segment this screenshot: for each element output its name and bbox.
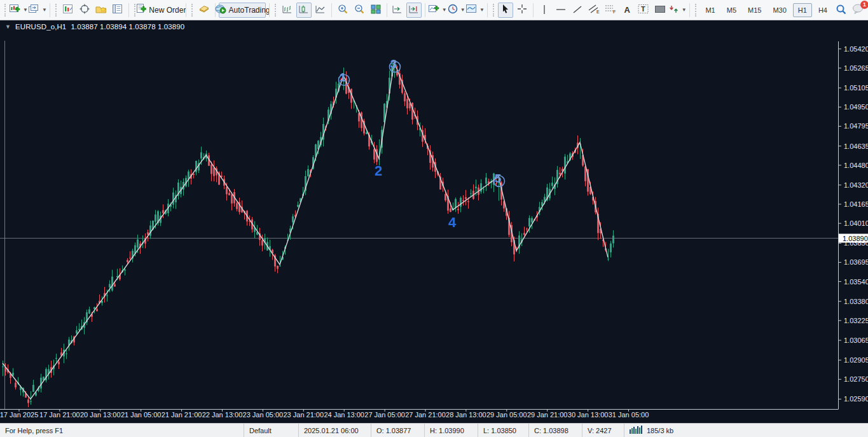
channel-icon: E: [588, 4, 600, 16]
svg-text:1.04950: 1.04950: [844, 103, 868, 111]
rectangle-button[interactable]: [652, 3, 668, 18]
arrows-button[interactable]: ▼: [669, 3, 686, 18]
vertical-line-icon: [540, 4, 549, 16]
svg-text:1.03540: 1.03540: [844, 278, 868, 286]
market-watch-button[interactable]: [60, 3, 76, 18]
tf-label: M1: [705, 6, 715, 14]
text-button[interactable]: A: [619, 3, 635, 18]
status-open: O: 1.03877: [371, 424, 425, 437]
svg-text:29 Jan 05:00: 29 Jan 05:00: [486, 411, 527, 419]
navigator-button[interactable]: [77, 3, 92, 18]
market-watch-icon: [63, 4, 73, 16]
auto-scroll-icon: [392, 4, 403, 16]
candlestick-chart-button[interactable]: [296, 3, 312, 18]
text-label-button[interactable]: T: [636, 3, 651, 18]
zoom-out-button[interactable]: [352, 3, 367, 18]
cursor-button[interactable]: [498, 3, 513, 18]
svg-text:21 Jan 05:00: 21 Jan 05:00: [121, 411, 162, 419]
chevron-down-icon[interactable]: ▼: [5, 24, 11, 30]
toolbar-grip[interactable]: [493, 4, 495, 17]
vertical-line-button[interactable]: [537, 3, 552, 18]
new-order-label: New Order: [149, 6, 186, 15]
tf-m15-button[interactable]: M15: [743, 3, 766, 17]
toolbar-grip[interactable]: [275, 4, 277, 17]
tf-label: H4: [818, 6, 827, 14]
bar-chart-icon: [282, 4, 293, 16]
svg-text:5: 5: [495, 172, 502, 185]
templates-button[interactable]: ▼: [466, 3, 484, 18]
trendline-button[interactable]: [570, 3, 585, 18]
notifications-button[interactable]: 1: [850, 3, 865, 18]
tf-label: H1: [798, 6, 807, 14]
price-chart-canvas[interactable]: 1.054201.052651.051051.049501.047951.046…: [0, 20, 868, 423]
toolbar-grip[interactable]: [191, 4, 193, 17]
search-button[interactable]: [834, 3, 849, 18]
terminal-button[interactable]: [110, 3, 125, 18]
new-order-icon: [136, 4, 146, 16]
favorites-button[interactable]: [93, 3, 109, 18]
svg-text:1.04795: 1.04795: [844, 122, 868, 130]
chevron-down-icon: ▼: [442, 8, 447, 13]
crosshair-icon: [517, 4, 527, 16]
new-chart-button[interactable]: ▼: [10, 3, 27, 18]
svg-text:1.03065: 1.03065: [844, 336, 868, 344]
new-order-button[interactable]: New Order: [139, 3, 183, 18]
status-volume: V: 2427: [582, 424, 624, 437]
auto-scroll-button[interactable]: [390, 3, 405, 18]
chart-shift-icon: [409, 4, 419, 16]
svg-text:3: 3: [390, 57, 397, 71]
chart-shift-button[interactable]: [406, 3, 422, 18]
svg-text:17 Jan 2025: 17 Jan 2025: [0, 411, 38, 419]
tf-h1-button[interactable]: H1: [793, 3, 812, 17]
toolbar-grip[interactable]: [4, 4, 6, 17]
profiles-button[interactable]: ▼: [29, 3, 46, 18]
svg-text:E: E: [596, 10, 600, 14]
tf-label: M15: [748, 6, 761, 14]
svg-text:T: T: [641, 5, 645, 13]
line-chart-button[interactable]: [313, 3, 328, 18]
text-icon: A: [624, 5, 630, 15]
toolbar-grip[interactable]: [55, 4, 57, 17]
equidistant-channel-button[interactable]: E: [586, 3, 602, 18]
zoom-in-button[interactable]: [335, 3, 350, 18]
help-text: For Help, press F1: [5, 427, 63, 434]
svg-text:1.05265: 1.05265: [844, 64, 868, 72]
bar-chart-button[interactable]: [280, 3, 295, 18]
line-chart-icon: [315, 4, 326, 16]
autotrading-button[interactable]: AutoTrading: [219, 3, 266, 18]
svg-text:31 Jan 05:00: 31 Jan 05:00: [609, 411, 649, 419]
chevron-down-icon: ▼: [42, 8, 47, 13]
profile-name: Default: [249, 427, 272, 434]
zoom-in-icon: [338, 4, 348, 16]
periods-button[interactable]: ▼: [448, 3, 465, 18]
toolbar-grip[interactable]: [695, 4, 697, 17]
svg-text:24 Jan 13:00: 24 Jan 13:00: [324, 411, 364, 419]
volume-value: V: 2427: [588, 427, 612, 434]
tf-h4-button[interactable]: H4: [813, 3, 832, 17]
status-low: L: 1.03850: [478, 424, 529, 437]
chart-window[interactable]: ▼ EURUSD_o,H1 1.03887 1.03894 1.03878 1.…: [0, 20, 868, 423]
metaeditor-button[interactable]: [196, 3, 212, 18]
svg-text:1.03695: 1.03695: [844, 258, 868, 266]
status-profile[interactable]: Default: [244, 424, 299, 437]
tf-m5-button[interactable]: M5: [722, 3, 741, 17]
crosshair-button[interactable]: [514, 3, 530, 18]
svg-text:28 Jan 13:00: 28 Jan 13:00: [446, 411, 486, 419]
svg-text:29 Jan 21:00: 29 Jan 21:00: [527, 411, 568, 419]
low-value: L: 1.03850: [483, 427, 516, 434]
tf-m1-button[interactable]: M1: [700, 3, 720, 17]
clock-icon: [448, 4, 458, 16]
svg-text:27 Jan 21:00: 27 Jan 21:00: [405, 411, 446, 419]
fibonacci-button[interactable]: F: [603, 3, 618, 18]
chevron-down-icon: ▼: [23, 8, 28, 13]
svg-text:1.04165: 1.04165: [844, 200, 868, 208]
tf-m30-button[interactable]: M30: [768, 3, 791, 17]
svg-text:1.05105: 1.05105: [844, 84, 868, 92]
tile-windows-button[interactable]: [368, 3, 383, 18]
indicators-button[interactable]: ▼: [429, 3, 446, 18]
templates-icon: [466, 4, 477, 15]
data-window-icon: [113, 4, 123, 16]
svg-text:17 Jan 21:00: 17 Jan 21:00: [39, 411, 80, 419]
main-toolbar: ▼ ▼ New Order: [0, 0, 868, 20]
horizontal-line-button[interactable]: [553, 3, 568, 18]
